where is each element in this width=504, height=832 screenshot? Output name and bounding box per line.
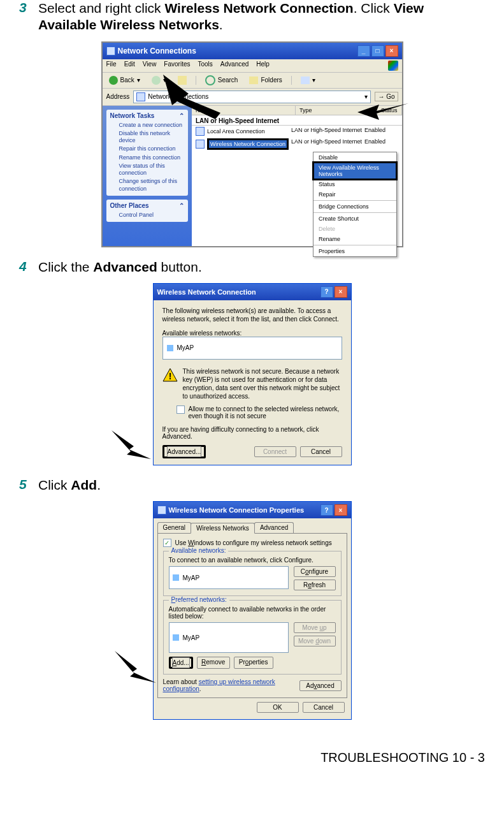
views-icon: [301, 77, 310, 84]
task-repair[interactable]: Repair this connection: [110, 145, 184, 153]
network-tasks-heading: Network Tasks: [110, 112, 155, 119]
available-item: MyAP: [183, 574, 200, 581]
ctx-status[interactable]: Status: [313, 179, 396, 189]
svg-text:!: !: [168, 371, 171, 381]
close-button[interactable]: ×: [335, 504, 347, 516]
add-button[interactable]: Add...: [172, 657, 190, 668]
ctx-view-available[interactable]: View Available Wireless Networks: [313, 163, 396, 179]
properties-button[interactable]: Properties: [234, 657, 273, 669]
svg-marker-5: [115, 651, 156, 683]
tab-panel: ✓ Use Windows to configure my wireless n…: [157, 533, 347, 698]
menu-help[interactable]: Help: [256, 61, 270, 71]
menu-advanced[interactable]: Advanced: [220, 61, 248, 71]
preferred-item: MyAP: [183, 634, 200, 641]
app-icon: [157, 506, 166, 515]
tab-wireless-networks[interactable]: Wireless Networks: [191, 523, 255, 534]
go-button[interactable]: → Go: [375, 92, 398, 101]
svg-marker-1: [357, 103, 408, 120]
address-icon: [136, 92, 145, 101]
help-button[interactable]: ?: [320, 286, 333, 298]
task-rename[interactable]: Rename this connection: [110, 154, 184, 162]
step-3: 3 Select and right click Wireless Networ…: [19, 0, 485, 34]
step-5: 5 Click Add.: [19, 477, 485, 493]
advanced-highlight: Advanced...: [162, 445, 206, 458]
move-down-button: Move down: [294, 636, 336, 646]
antenna-icon: [173, 574, 179, 581]
arrow-annotation: [115, 651, 159, 686]
maximize-button[interactable]: □: [371, 45, 384, 57]
close-button[interactable]: ×: [385, 45, 398, 57]
wireless-properties-dialog: Wireless Network Connection Properties ?…: [153, 501, 352, 720]
lan-icon: [196, 127, 205, 136]
preferred-networks-heading: Preferred networks:: [169, 596, 229, 603]
step-4-number: 4: [19, 259, 38, 275]
cancel-button[interactable]: Cancel: [303, 702, 345, 713]
task-create-connection[interactable]: Create a new connection: [110, 121, 184, 129]
menu-file[interactable]: File: [106, 61, 117, 71]
available-networks-group: Available networks: To connect to an ava…: [163, 551, 342, 596]
tab-advanced[interactable]: Advanced: [254, 522, 294, 533]
address-label: Address: [106, 93, 130, 100]
row-lan[interactable]: Local Area Connection LAN or High-Speed …: [192, 126, 402, 137]
ctx-bridge[interactable]: Bridge Connections: [313, 201, 396, 212]
wireless-name-highlight: Wireless Network Connection: [207, 138, 289, 150]
help-button[interactable]: ?: [320, 504, 333, 516]
step-4-text: Click the Advanced button.: [38, 259, 202, 275]
app-icon: [106, 47, 115, 55]
page-footer: TROUBLESHOOTING 10 - 3: [0, 731, 504, 778]
tabs: General Wireless Networks Advanced: [154, 518, 351, 533]
task-change-settings[interactable]: Change settings of this connection: [110, 177, 184, 193]
folders-icon: [249, 77, 258, 84]
figure-2: Wireless Network Connection ? × The foll…: [19, 283, 485, 465]
menubar: File Edit View Favorites Tools Advanced …: [103, 59, 402, 73]
figure-3: Wireless Network Connection Properties ?…: [19, 501, 485, 720]
step-3-number: 3: [19, 0, 38, 34]
back-button[interactable]: Back ▾: [106, 75, 143, 85]
refresh-button[interactable]: Refresh: [294, 580, 336, 590]
tab-general[interactable]: General: [157, 522, 192, 533]
configure-button[interactable]: Configure: [294, 566, 336, 577]
back-icon: [109, 76, 118, 85]
network-item: MyAP: [177, 344, 194, 351]
views-button[interactable]: ▾: [298, 76, 318, 85]
preferred-list[interactable]: MyAP: [169, 622, 289, 653]
connection-list: Name Type Status LAN or High-Speed Inter…: [192, 106, 402, 246]
step-4: 4 Click the Advanced button.: [19, 259, 485, 275]
ctx-repair[interactable]: Repair: [313, 189, 396, 200]
learn-text: Learn about: [163, 678, 199, 685]
menu-favorites[interactable]: Favorites: [164, 61, 190, 71]
ctx-rename[interactable]: Rename: [313, 234, 396, 244]
other-control-panel[interactable]: Control Panel: [110, 211, 184, 219]
menu-view[interactable]: View: [143, 61, 157, 71]
use-windows-checkbox[interactable]: ✓: [163, 539, 171, 547]
collapse-icon[interactable]: ⌃: [179, 202, 184, 209]
menu-edit[interactable]: Edit: [124, 61, 135, 71]
window-title: Network Connections: [118, 47, 196, 55]
wireless-connection-dialog: Wireless Network Connection ? × The foll…: [153, 283, 352, 465]
windows-flag-icon: [388, 61, 398, 71]
remove-button[interactable]: Remove: [197, 657, 230, 669]
close-button[interactable]: ×: [335, 286, 347, 298]
task-disable-device[interactable]: Disable this network device: [110, 129, 184, 145]
ctx-disable[interactable]: Disable: [313, 152, 396, 163]
figure-1: Network Connections _ □ × File Edit View…: [19, 41, 485, 247]
ctx-shortcut[interactable]: Create Shortcut: [313, 214, 396, 224]
ok-button[interactable]: OK: [257, 702, 299, 713]
ctx-properties[interactable]: Properties: [313, 246, 396, 256]
minimize-button[interactable]: _: [357, 45, 370, 57]
toolbar: Back ▾ ▾ Search Folders: [103, 73, 402, 89]
other-places-heading: Other Places: [110, 202, 149, 209]
menu-tools[interactable]: Tools: [198, 61, 212, 71]
advanced-button[interactable]: Advanced...: [167, 446, 202, 457]
preferred-networks-group: Preferred networks: Automatically connec…: [163, 600, 342, 675]
task-view-status[interactable]: View status of this connection: [110, 162, 184, 178]
move-up-button: Move up: [294, 622, 336, 633]
available-list[interactable]: MyAP: [169, 566, 289, 589]
folders-button[interactable]: Folders: [247, 76, 284, 85]
row-wireless[interactable]: Wireless Network Connection LAN or High-…: [192, 137, 402, 151]
window-title: Wireless Network Connection Properties: [169, 506, 305, 514]
available-networks-list[interactable]: MyAP: [162, 337, 342, 360]
allow-checkbox[interactable]: [176, 405, 185, 414]
cancel-button[interactable]: Cancel: [300, 446, 342, 457]
advanced-button[interactable]: Advanced: [299, 680, 342, 691]
